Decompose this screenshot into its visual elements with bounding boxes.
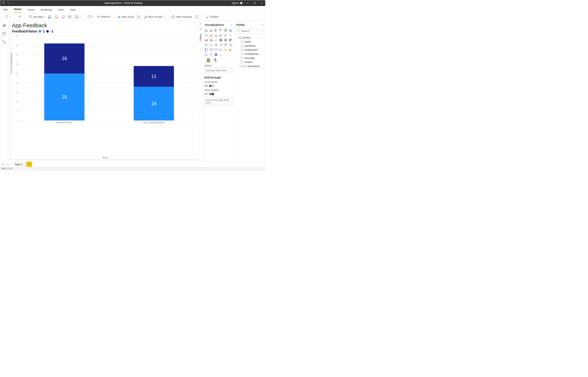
visual-type-chip[interactable]	[219, 53, 223, 57]
page-tab[interactable]: Page 1	[11, 162, 26, 167]
field-checkbox[interactable]	[241, 41, 243, 43]
chart-area[interactable]: 0510152025303540452516Dashboard Screen18…	[12, 35, 198, 162]
field-item[interactable]: Screen	[236, 60, 264, 64]
visual-type-chip[interactable]: 123	[219, 43, 223, 47]
collapse-fields-icon[interactable]: >	[262, 24, 263, 26]
visual-type-chip[interactable]	[214, 48, 218, 52]
maximize-icon[interactable]	[252, 2, 257, 5]
menu-tab-insert[interactable]: Insert	[27, 8, 35, 13]
visual-type-chip[interactable]	[229, 38, 233, 42]
visual-type-chip[interactable]: Py	[224, 48, 228, 52]
visual-type-chip[interactable]	[229, 48, 233, 52]
undo-icon[interactable]	[7, 1, 10, 5]
enter-data-button[interactable]	[67, 14, 73, 19]
page-prev-icon[interactable]: ◄	[0, 162, 6, 167]
menu-tab-help[interactable]: Help	[70, 8, 76, 13]
keep-filters-toggle[interactable]	[209, 93, 214, 95]
get-data-button[interactable]: Get data▾	[27, 14, 46, 19]
field-item[interactable]: ⌄timestamp	[236, 64, 264, 68]
more-visuals-button[interactable]: More visuals▾	[142, 14, 166, 19]
menu-tab-home[interactable]: Home	[14, 8, 22, 13]
report-canvas[interactable]: App Feedback FeedbackValue 1 -1 05101520…	[8, 21, 198, 162]
visual-type-chip[interactable]	[229, 43, 233, 47]
ribbon-overflow-icon[interactable]: ⌵	[263, 18, 264, 20]
expand-filters-icon[interactable]: <	[200, 22, 201, 25]
table-node[interactable]: ⌄Query1	[236, 35, 264, 40]
visual-type-chip[interactable]	[219, 33, 223, 37]
pbi-dataset-button[interactable]	[54, 14, 60, 19]
visual-type-chip[interactable]	[204, 53, 208, 57]
drill-through-field-well[interactable]: Add drill-through fields here	[204, 97, 233, 106]
format-painter-button[interactable]	[17, 14, 23, 19]
visual-type-chip[interactable]	[224, 38, 228, 42]
format-tab-icon[interactable]	[213, 59, 217, 63]
signin-button[interactable]: Sign in	[232, 2, 242, 4]
new-visual-button[interactable]: New visual	[116, 14, 135, 19]
visual-type-chip[interactable]	[209, 33, 213, 37]
minimize-icon[interactable]	[245, 2, 250, 5]
visual-type-chip[interactable]	[219, 28, 223, 32]
field-checkbox[interactable]	[241, 57, 243, 59]
field-checkbox[interactable]	[241, 45, 243, 47]
menu-tab-file[interactable]: File	[3, 8, 8, 13]
collapse-vis-icon[interactable]: >	[231, 24, 232, 26]
report-view-icon[interactable]	[2, 23, 6, 27]
visual-type-chip[interactable]	[224, 33, 228, 37]
data-view-icon[interactable]	[2, 32, 6, 35]
fields-tab-icon[interactable]	[206, 59, 211, 63]
visual-type-chip[interactable]	[224, 43, 228, 47]
visual-type-chip[interactable]	[214, 33, 218, 37]
cross-report-toggle[interactable]	[209, 85, 214, 87]
excel-source-button[interactable]: x	[47, 14, 53, 19]
visual-type-chip[interactable]	[204, 33, 208, 37]
visual-type-chip[interactable]	[219, 38, 223, 42]
model-view-icon[interactable]	[2, 40, 6, 44]
quick-measure-button[interactable]	[194, 14, 200, 19]
svg-rect-147	[207, 59, 210, 59]
field-item[interactable]: FeedbackVa...	[236, 52, 264, 56]
visual-type-chip[interactable]	[209, 28, 213, 32]
visual-type-chip[interactable]	[204, 28, 208, 32]
page-next-icon[interactable]: ►	[6, 162, 11, 167]
transform-data-button[interactable]: ▾	[86, 14, 95, 19]
sql-source-button[interactable]	[60, 14, 66, 19]
visual-type-chip[interactable]	[214, 43, 218, 47]
visual-type-chip[interactable]	[209, 38, 213, 42]
field-item[interactable]: message	[236, 56, 264, 60]
visual-type-chip[interactable]: R	[219, 48, 223, 52]
new-measure-button[interactable]: New measure	[170, 14, 193, 19]
visual-type-chip[interactable]	[229, 33, 233, 37]
recent-sources-button[interactable]: ▾	[73, 14, 82, 19]
visual-type-chip[interactable]	[209, 43, 213, 47]
field-item[interactable]: AppId	[236, 40, 264, 44]
save-icon[interactable]	[2, 1, 5, 5]
add-page-button[interactable]: +	[26, 162, 32, 167]
visual-type-chip[interactable]	[214, 38, 218, 42]
menu-tab-view[interactable]: View	[58, 8, 64, 13]
menu-tab-modeling[interactable]: Modeling	[40, 8, 52, 13]
refresh-button[interactable]: Refresh	[96, 14, 111, 19]
visual-type-chip[interactable]	[209, 53, 213, 57]
field-item[interactable]: AppName	[236, 44, 264, 48]
redo-icon[interactable]	[12, 1, 15, 5]
field-checkbox[interactable]	[241, 65, 243, 67]
close-icon[interactable]	[260, 2, 264, 5]
filters-pane-collapsed[interactable]: < Filters	[198, 21, 203, 162]
visual-type-chip[interactable]	[214, 53, 218, 57]
visual-type-chip[interactable]	[224, 28, 228, 32]
visual-type-chip[interactable]	[204, 48, 208, 52]
field-checkbox[interactable]	[241, 61, 243, 63]
visual-type-chip[interactable]	[209, 48, 213, 52]
visual-type-chip[interactable]	[204, 38, 208, 42]
paste-button[interactable]: ▾	[4, 14, 12, 19]
field-item[interactable]: FeedbackFr...	[236, 48, 264, 52]
field-checkbox[interactable]	[241, 49, 243, 51]
fields-search-input[interactable]: Search	[236, 28, 264, 34]
text-box-button[interactable]: A	[136, 14, 142, 19]
visual-type-chip[interactable]	[204, 43, 208, 47]
visual-type-chip[interactable]	[214, 28, 218, 32]
values-field-well[interactable]: Add data fields here	[204, 68, 233, 73]
publish-button[interactable]: Publish	[204, 14, 219, 19]
field-checkbox[interactable]	[241, 53, 243, 55]
visual-type-chip[interactable]	[229, 28, 233, 32]
